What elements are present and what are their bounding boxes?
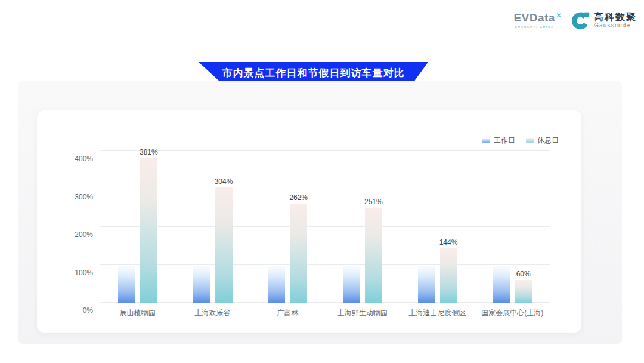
evdata-tagline: SHANGHAI CHINA bbox=[515, 26, 562, 29]
page-title: 市内景点工作日和节假日到访车量对比 bbox=[222, 66, 405, 80]
y-axis-tick-label: 100% bbox=[57, 269, 93, 277]
legend-item-工作日[interactable]: 工作日 bbox=[482, 136, 515, 146]
x-axis-tick-label: 上海欢乐谷 bbox=[195, 308, 231, 318]
x-axis-tick-label: 上海迪士尼度假区 bbox=[409, 308, 466, 318]
bar-workday[interactable] bbox=[193, 265, 210, 303]
y-axis-tick-label: 400% bbox=[57, 155, 93, 163]
legend-label: 休息日 bbox=[537, 136, 559, 146]
bar-columns: 381%辰山植物园304%上海欢乐谷262%广富林251%上海野生动物园144%… bbox=[100, 151, 550, 303]
bar-value-label: 60% bbox=[516, 270, 531, 278]
bar-restday[interactable]: 144% bbox=[440, 248, 457, 303]
evdata-tagline-left: SHANGHAI bbox=[515, 25, 538, 29]
gausscode-g-icon bbox=[571, 11, 590, 30]
evdata-logo: EVData✕ SHANGHAI CHINA bbox=[513, 12, 562, 28]
bar-value-label: 262% bbox=[289, 193, 308, 202]
bar-workday[interactable] bbox=[268, 265, 285, 303]
bar-value-label: 304% bbox=[215, 177, 233, 186]
x-axis-tick-label: 辰山植物园 bbox=[120, 308, 156, 318]
bar-workday[interactable] bbox=[493, 265, 510, 303]
bar-workday[interactable] bbox=[118, 265, 135, 303]
category-column: 304%上海欢乐谷 bbox=[175, 151, 250, 303]
bar-workday[interactable] bbox=[343, 265, 360, 303]
bar-value-label: 144% bbox=[439, 238, 458, 247]
gausscode-name-cn: 高科数聚 bbox=[594, 12, 637, 23]
bar-restday[interactable]: 304% bbox=[215, 187, 233, 303]
bar-restday[interactable]: 262% bbox=[290, 204, 307, 303]
category-column: 60%国家会展中心(上海) bbox=[475, 151, 550, 303]
y-axis-tick-label: 200% bbox=[57, 230, 93, 239]
y-axis-tick-label: 300% bbox=[57, 193, 93, 201]
evdata-tagline-right: CHINA bbox=[540, 25, 554, 29]
y-axis-tick-label: 0% bbox=[57, 306, 93, 315]
bar-value-label: 381% bbox=[140, 148, 158, 156]
chart-card: 工作日休息日 0%100%200%300%400%381%辰山植物园304%上海… bbox=[37, 110, 581, 333]
evdata-wordmark: EVData✕ bbox=[513, 12, 562, 23]
legend-swatch-icon bbox=[526, 138, 534, 143]
x-axis-tick-label: 上海野生动物园 bbox=[338, 308, 388, 318]
bar-restday[interactable]: 60% bbox=[515, 280, 532, 303]
category-column: 144%上海迪士尼度假区 bbox=[400, 151, 475, 303]
category-column: 262%广富林 bbox=[250, 151, 325, 303]
legend-item-休息日[interactable]: 休息日 bbox=[526, 136, 559, 146]
header-logos: EVData✕ SHANGHAI CHINA 高科数聚 Gausscode bbox=[513, 11, 637, 30]
content-panel: 工作日休息日 0%100%200%300%400%381%辰山植物园304%上海… bbox=[18, 81, 622, 344]
category-column: 381%辰山植物园 bbox=[100, 151, 175, 303]
x-axis-tick-label: 国家会展中心(上海) bbox=[481, 308, 543, 318]
bar-restday[interactable]: 251% bbox=[365, 208, 382, 303]
chart-legend: 工作日休息日 bbox=[482, 136, 559, 146]
bar-value-label: 251% bbox=[364, 198, 383, 206]
bar-chart: 0%100%200%300%400%381%辰山植物园304%上海欢乐谷262%… bbox=[100, 151, 550, 303]
gausscode-name-en: Gausscode bbox=[594, 22, 637, 29]
legend-label: 工作日 bbox=[494, 136, 515, 146]
legend-swatch-icon bbox=[482, 138, 490, 143]
gausscode-logo: 高科数聚 Gausscode bbox=[571, 11, 637, 30]
category-column: 251%上海野生动物园 bbox=[325, 151, 400, 303]
bar-restday[interactable]: 381% bbox=[140, 158, 157, 303]
x-axis-tick-label: 广富林 bbox=[277, 308, 298, 318]
evdata-x-icon: ✕ bbox=[556, 11, 562, 20]
evdata-brand-text: EVData bbox=[513, 12, 555, 24]
bar-workday[interactable] bbox=[418, 265, 435, 303]
